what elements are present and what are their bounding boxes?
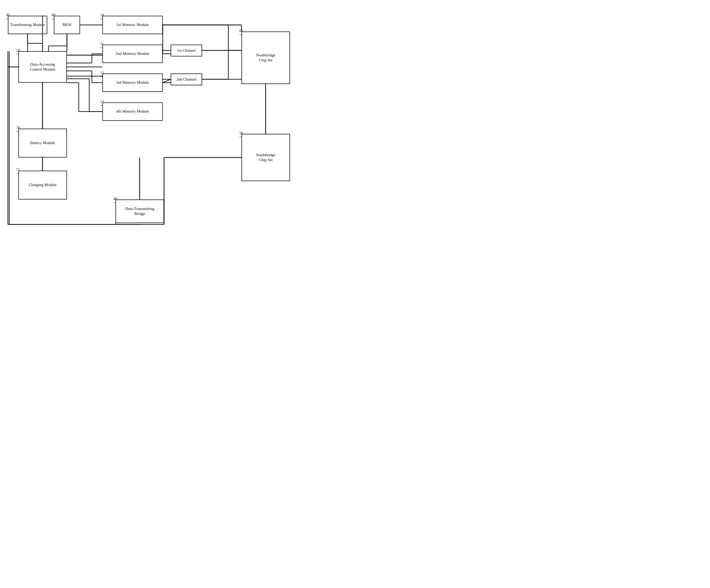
mem4-label: 4th Memory Module bbox=[116, 109, 149, 114]
mem2-label: 2nd Memory Module bbox=[116, 51, 149, 56]
architecture-diagram: Transforming Module 30 ~ BIOS 80 ~ Data-… bbox=[0, 0, 315, 262]
ch2-label: 2nd Channel bbox=[176, 77, 196, 82]
northbridge-box: NorthbridgeChip Set bbox=[241, 31, 290, 84]
ch1-label: 1st Channel bbox=[177, 48, 195, 53]
battery-module-box: Battery Module bbox=[18, 128, 67, 158]
mem1-box: 1st Memory Module bbox=[102, 16, 163, 34]
northbridge-label: NorthbridgeChip Set bbox=[256, 53, 275, 63]
transforming-module-box: Transforming Module bbox=[8, 16, 47, 34]
mem1-label: 1st Memory Module bbox=[116, 22, 148, 28]
datatrans-box: Data-TransmittingBridge bbox=[116, 199, 164, 223]
transforming-module-label: Transforming Module bbox=[10, 22, 45, 28]
bios-box: BIOS bbox=[54, 16, 80, 34]
southbridge-box: SouthbridgeChip Set bbox=[241, 134, 290, 181]
battery-module-label: Battery Module bbox=[30, 140, 55, 146]
ch1-box: 1st Channel bbox=[171, 45, 202, 56]
mem2-box: 2nd Memory Module bbox=[102, 45, 163, 63]
svg-line-52 bbox=[163, 79, 171, 83]
bios-label: BIOS bbox=[63, 22, 71, 28]
mem3-label: 3rd Memory Module bbox=[116, 80, 149, 85]
mem4-box: 4th Memory Module bbox=[102, 102, 163, 121]
charging-module-box: Charging Module bbox=[18, 171, 67, 199]
data-accessing-box: Data-AccessingControl Module bbox=[18, 51, 67, 83]
ch2-box: 2nd Channel bbox=[171, 73, 202, 85]
datatrans-label: Data-TransmittingBridge bbox=[125, 206, 154, 216]
data-accessing-label: Data-AccessingControl Module bbox=[30, 62, 55, 72]
southbridge-label: SouthbridgeChip Set bbox=[256, 152, 275, 163]
charging-module-label: Charging Module bbox=[29, 183, 57, 188]
mem3-box: 3rd Memory Module bbox=[102, 73, 163, 92]
